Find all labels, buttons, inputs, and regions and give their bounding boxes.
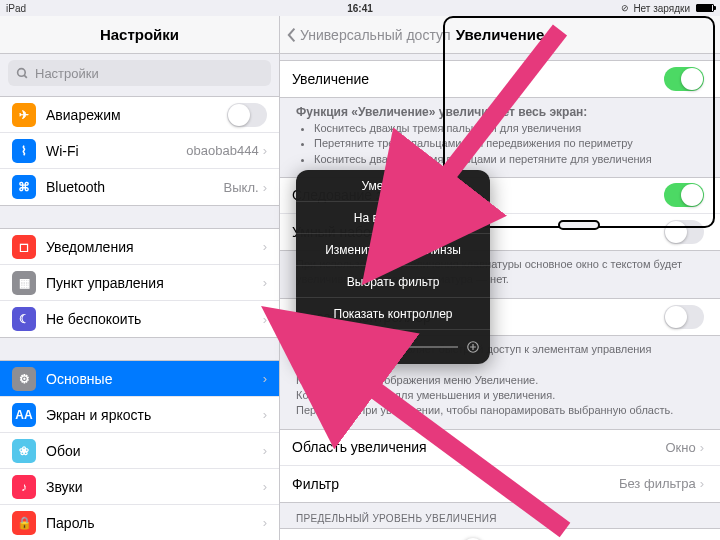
sidebar-item-label: Пароль	[46, 515, 263, 531]
general-icon: ⚙	[12, 367, 36, 391]
chevron-right-icon: ›	[263, 479, 267, 494]
popover-slider-thumb[interactable]	[326, 337, 346, 357]
wallpaper-icon: ❀	[12, 439, 36, 463]
notifications-icon: ◻	[12, 235, 36, 259]
sidebar-item-пароль[interactable]: 🔒Пароль›	[0, 505, 279, 540]
chevron-right-icon: ›	[263, 443, 267, 458]
chevron-right-icon: ›	[263, 371, 267, 386]
sidebar-item-label: Экран и яркость	[46, 407, 263, 423]
sidebar-item-wi-fi[interactable]: ⌇Wi-Fiobaobab444›	[0, 133, 279, 169]
zoom-row[interactable]: Увеличение	[280, 61, 720, 97]
sidebar-item-экран-и-яркость[interactable]: AAЭкран и яркость›	[0, 397, 279, 433]
sidebar-item-label: Основные	[46, 371, 263, 387]
sidebar-item-label: Авиарежим	[46, 107, 227, 123]
control-center-icon: ▦	[12, 271, 36, 295]
max-zoom-label: ПРЕДЕЛЬНЫЙ УРОВЕНЬ УВЕЛИЧЕНИЯ	[280, 503, 720, 528]
airplane-icon: ✈	[12, 103, 36, 127]
zoom-caption: Функция «Увеличение» увеличивает весь эк…	[280, 98, 720, 177]
plus-icon	[466, 340, 480, 354]
bluetooth-icon: ⌘	[12, 175, 36, 199]
dnd-icon: ☾	[12, 307, 36, 331]
sidebar-item-авиарежим[interactable]: ✈Авиарежим	[0, 97, 279, 133]
popover-resize-lens[interactable]: Изменить размер линзы	[296, 234, 490, 266]
detail-title: Увеличение	[456, 26, 545, 43]
chevron-left-icon	[286, 27, 298, 43]
chevron-right-icon: ›	[263, 275, 267, 290]
popover-slider[interactable]	[296, 330, 490, 364]
sidebar-item-bluetooth[interactable]: ⌘BluetoothВыкл.›	[0, 169, 279, 205]
search-input[interactable]: Настройки	[8, 60, 271, 86]
sidebar-item-уведомления[interactable]: ◻Уведомления›	[0, 229, 279, 265]
sidebar-item-label: Уведомления	[46, 239, 263, 255]
chevron-right-icon: ›	[700, 476, 704, 491]
toggle[interactable]	[227, 103, 267, 127]
status-device: iPad	[6, 3, 26, 14]
status-right: ⊘ Нет зарядки	[621, 3, 714, 14]
chevron-right-icon: ›	[263, 515, 267, 530]
sidebar-item-пункт-управления[interactable]: ▦Пункт управления›	[0, 265, 279, 301]
sidebar-item-label: Обои	[46, 443, 263, 459]
chevron-right-icon: ›	[700, 440, 704, 455]
chevron-right-icon: ›	[263, 180, 267, 195]
zoom-toggle[interactable]	[664, 67, 704, 91]
settings-sidebar: Настройки Настройки ✈Авиарежим⌇Wi-Fiobao…	[0, 16, 280, 540]
follow-focus-toggle[interactable]	[664, 183, 704, 207]
minus-icon	[306, 340, 320, 354]
popover-choose-filter[interactable]: Выбрать фильтр	[296, 266, 490, 298]
sidebar-item-label: Bluetooth	[46, 179, 224, 195]
sidebar-item-звуки[interactable]: ♪Звуки›	[0, 469, 279, 505]
chevron-right-icon: ›	[263, 407, 267, 422]
sidebar-navbar: Настройки	[0, 16, 279, 54]
status-bar: iPad 16:41 ⊘ Нет зарядки	[0, 0, 720, 16]
svg-line-1	[24, 75, 27, 78]
popover-zoom-out[interactable]: Уменьшить	[296, 170, 490, 202]
show-controller-toggle[interactable]	[664, 305, 704, 329]
sidebar-item-основные[interactable]: ⚙Основные›	[0, 361, 279, 397]
chevron-right-icon: ›	[263, 239, 267, 254]
passcode-icon: 🔒	[12, 511, 36, 535]
zoom-region-row[interactable]: Область увеличения Окно ›	[280, 430, 720, 466]
popover-show-controller[interactable]: Показать контроллер	[296, 298, 490, 330]
chevron-right-icon: ›	[263, 143, 267, 158]
max-zoom-slider[interactable]: 6,2x	[280, 529, 720, 540]
wifi-icon: ⌇	[12, 139, 36, 163]
chevron-right-icon: ›	[263, 312, 267, 327]
smart-typing-toggle[interactable]	[664, 220, 704, 244]
status-time: 16:41	[347, 3, 373, 14]
battery-icon	[696, 4, 714, 12]
sidebar-item-label: Звуки	[46, 479, 263, 495]
sidebar-item-label: Wi-Fi	[46, 143, 186, 159]
zoom-popover[interactable]: Уменьшить На весь экран Изменить размер …	[296, 170, 490, 364]
sidebar-item-обои[interactable]: ❀Обои›	[0, 433, 279, 469]
search-icon	[16, 67, 29, 80]
sidebar-item-label: Пункт управления	[46, 275, 263, 291]
svg-point-0	[18, 68, 26, 76]
sidebar-title: Настройки	[100, 26, 179, 43]
zoom-filter-row[interactable]: Фильтр Без фильтра ›	[280, 466, 720, 502]
sidebar-item-не-беспокоить[interactable]: ☾Не беспокоить›	[0, 301, 279, 337]
sidebar-item-label: Не беспокоить	[46, 311, 263, 327]
display-icon: AA	[12, 403, 36, 427]
popover-full-screen[interactable]: На весь экран	[296, 202, 490, 234]
back-button[interactable]: Универсальный доступ	[286, 27, 451, 43]
sounds-icon: ♪	[12, 475, 36, 499]
detail-navbar: Универсальный доступ Увеличение	[280, 16, 720, 54]
